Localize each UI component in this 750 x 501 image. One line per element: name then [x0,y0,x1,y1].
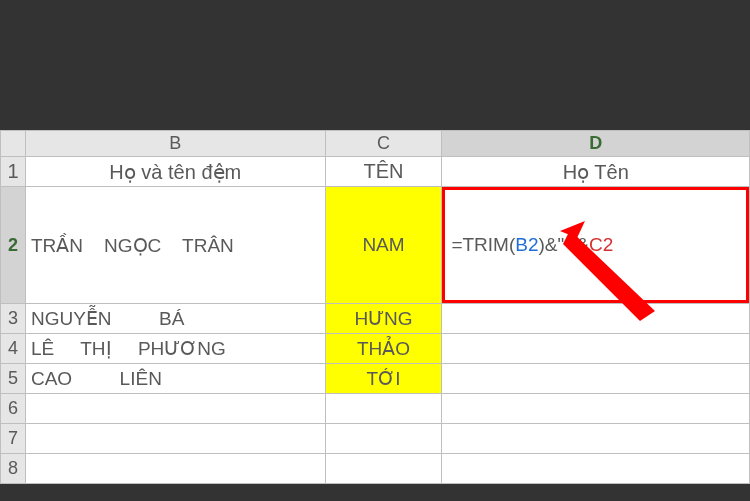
cell-C7[interactable] [325,424,442,454]
row-header-4[interactable]: 4 [1,334,26,364]
formula-text-mid: )&" "& [539,234,589,256]
cell-C2[interactable]: NAM [325,187,442,304]
cell-D8[interactable] [442,454,750,484]
formula-ref-b2: B2 [515,234,538,256]
col-header-C[interactable]: C [325,131,442,157]
formula-editor[interactable]: =TRIM(B2)&" "&C2 [442,187,749,303]
cell-B1[interactable]: Họ và tên đệm [25,157,325,187]
row-header-3[interactable]: 3 [1,304,26,334]
row-header-1[interactable]: 1 [1,157,26,187]
row-header-7[interactable]: 7 [1,424,26,454]
cell-D7[interactable] [442,424,750,454]
row-header-5[interactable]: 5 [1,364,26,394]
cell-D5[interactable] [442,364,750,394]
formula-text-prefix: =TRIM( [451,234,515,256]
row-6: 6 [1,394,750,424]
row-header-2[interactable]: 2 [1,187,26,304]
cell-C6[interactable] [325,394,442,424]
grid[interactable]: B C D 1 Họ và tên đệm TÊN Họ Tên 2 TRẦN … [0,130,750,484]
cell-B4[interactable]: LÊ THỊ PHƯƠNG [25,334,325,364]
row-7: 7 [1,424,750,454]
col-header-B[interactable]: B [25,131,325,157]
cell-B8[interactable] [25,454,325,484]
row-3: 3 NGUYỄN BÁ HƯNG [1,304,750,334]
spreadsheet[interactable]: B C D 1 Họ và tên đệm TÊN Họ Tên 2 TRẦN … [0,130,750,484]
cell-D3[interactable] [442,304,750,334]
cell-C8[interactable] [325,454,442,484]
cell-C1[interactable]: TÊN [325,157,442,187]
cell-B3[interactable]: NGUYỄN BÁ [25,304,325,334]
cell-D6[interactable] [442,394,750,424]
cell-B7[interactable] [25,424,325,454]
cell-B2[interactable]: TRẦN NGỌC TRÂN [25,187,325,304]
row-header-6[interactable]: 6 [1,394,26,424]
row-header-8[interactable]: 8 [1,454,26,484]
cell-C3[interactable]: HƯNG [325,304,442,334]
cell-B5[interactable]: CAO LIÊN [25,364,325,394]
cell-C4[interactable]: THẢO [325,334,442,364]
cell-C5[interactable]: TỚI [325,364,442,394]
row-4: 4 LÊ THỊ PHƯƠNG THẢO [1,334,750,364]
row-5: 5 CAO LIÊN TỚI [1,364,750,394]
row-2: 2 TRẦN NGỌC TRÂN NAM =TRIM(B2)&" "&C2 [1,187,750,304]
formula-ref-c2: C2 [589,234,613,256]
select-all-corner[interactable] [1,131,26,157]
cell-B6[interactable] [25,394,325,424]
cell-D4[interactable] [442,334,750,364]
row-8: 8 [1,454,750,484]
cell-D2[interactable]: =TRIM(B2)&" "&C2 [442,187,750,304]
